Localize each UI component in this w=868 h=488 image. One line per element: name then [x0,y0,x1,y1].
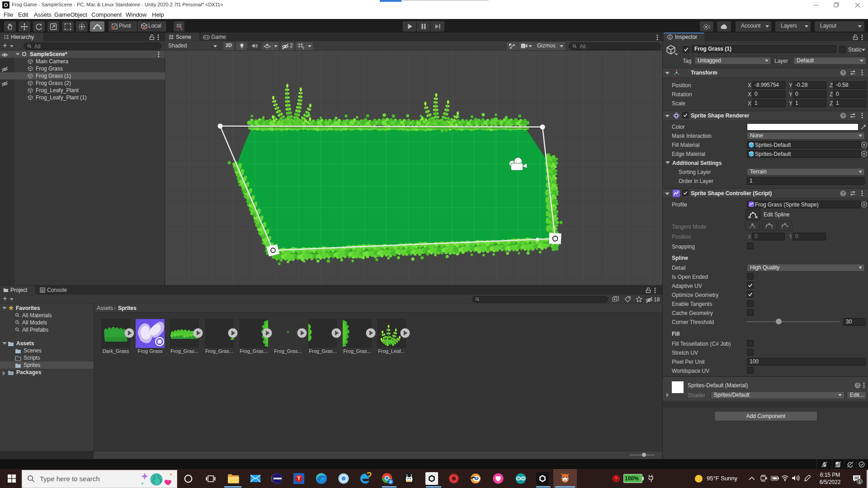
svg-text:z: z [390,479,392,484]
svg-text:?: ? [842,191,844,196]
svg-text:?: ? [856,383,859,388]
svg-text:?: ? [842,70,844,75]
svg-text:1: 1 [859,479,861,484]
svg-text:?: ? [842,113,844,118]
svg-text:T: T [297,476,300,481]
